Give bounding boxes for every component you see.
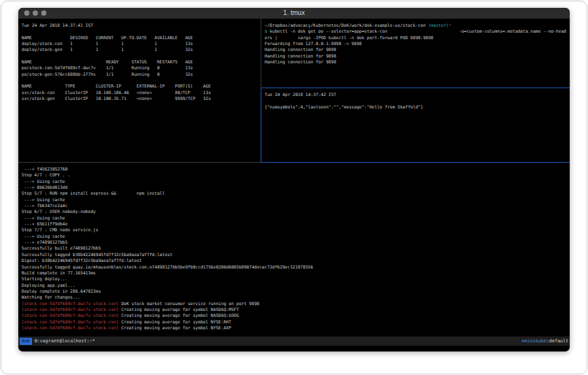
terminal-line: [stock-con-5d7df689cf-dwc7v stock-con] C… [22,313,570,319]
terminal-line: Tue 24 Apr 2018 14:37:41 IST [22,23,264,29]
pane-port-forward[interactable]: ~/Dropbox/advocacy/Kubernetes/DoK/work/d… [262,19,570,91]
terminal-line: ---> f45623052760 [22,167,570,172]
window-titlebar[interactable]: 1. tmux [18,8,570,19]
terminal-line: Successfully tagged b38b42246945fd7f32c5… [22,252,570,258]
terminal-line [22,29,264,35]
terminal-line [22,54,264,59]
terminal-line: Watching for changes... [22,295,570,301]
terminal-line: Step 7/7 : CMD node service.js [22,227,570,233]
terminal-line: Step 6/7 : USER nobody:nobody [22,209,570,215]
terminal-line: NAME READY STATUS RESTARTS AGE [22,59,264,65]
terminal-line: Handling connection for 9898 [265,47,570,53]
terminal-line: [stock-con-5d7df689cf-dwc7v stock-con] D… [22,301,570,307]
terminal-line: Forwarding from 127.0.0.1:9898 -> 9898 [265,41,570,47]
terminal-line: Step 4/7 : COPY . . [22,172,570,178]
terminal-line: ---> Using cache [22,234,570,240]
terminal-line: ---> Using cache [22,197,570,203]
terminal-line: {"numsymbols":4,"lastseen":"","message":… [265,105,570,110]
terminal-line: Handling connection for 9898 [265,59,570,65]
terminal-line: Tue 24 Apr 2018 14:37:42 IST [265,92,570,98]
status-kube-context: ⎈ minikube :default [521,336,568,346]
terminal-line: ers | xargs -IPOD kubectl -n dok port-fo… [265,35,570,41]
terminal-line: $ kubectl -n dok get po --selector=app=s… [265,29,570,35]
terminal-line: deploy/stock-gen 1 1 1 1 32s [22,47,264,53]
kube-namespace: :default [546,336,568,346]
terminal-line: Deploying app.yaml... [22,283,570,289]
terminal-line: Build complete in 77.165413ms [22,270,570,276]
terminal-line: ---> e74898127bb5 [22,240,570,246]
session-name-badge[interactable]: dok [20,338,32,345]
window-title: 1. tmux [18,9,570,16]
terminal-line: [stock-con-5d7df689cf-dwc7v stock-con] C… [22,307,570,313]
terminal-line: NAME TYPE CLUSTER-IP EXTERNAL-IP PORT(S)… [22,84,264,90]
pane-border-vertical-active [261,88,261,162]
terminal-line: svc/stock-con ClusterIP 10.109.186.46 <n… [22,90,264,96]
terminal-line: Handling connection for 9898 [265,54,570,59]
kube-context-name: minikube [525,336,547,346]
pane-kubectl-watch[interactable]: Tue 24 Apr 2018 14:37:41 IST NAME DESIRE… [18,19,264,165]
pane-border-vertical-top [261,19,261,88]
terminal-line: Successfully built e74898127bb5 [22,246,570,252]
status-left: dok 0:vagrant@localhost:~* [20,336,95,346]
pane-border-horizontal-active-top [261,88,570,88]
terminal-line: Digest: b38b42246945fd7f32c5ba9aea7af7fd… [22,258,570,264]
terminal-line: [stock-con-5d7df689cf-dwc7v stock-con] C… [22,325,570,331]
terminal-line: svc/stock-gen ClusterIP 10.100.35.71 <no… [22,96,264,102]
pane-border-horizontal-bottom-right [261,162,570,163]
terminal-line: ---> Using cache [22,179,570,185]
tmux-terminal: Tue 24 Apr 2018 14:37:41 IST NAME DESIRE… [18,19,570,351]
terminal-line: ---> Using cache [22,216,570,221]
terminal-line [265,98,570,104]
terminal-line: ---> 65611ff9db4e [22,221,570,227]
terminal-line: Step 5/7 : RUN npm install express && np… [22,191,570,197]
terminal-line: ---> 7b6347ce2a4c [22,203,570,209]
terminal-line: Starting deploy... [22,276,570,282]
pane-skaffold-log[interactable]: ---> f45623052760Step 4/7 : COPY . . ---… [18,163,570,340]
terminal-window: 1. tmux Tue 24 Apr 2018 14:37:41 IST NAM… [18,8,570,351]
terminal-line: po/stock-gen-576cc688bb-277hx 1/1 Runnin… [22,72,264,78]
terminal-line: ---> 0b636bd013dd [22,185,570,191]
terminal-line: po/stock-con-5d7df689cf-dwc7v 1/1 Runnin… [22,65,264,71]
terminal-line: NAME DESIRED CURRENT UP-TO-DATE AVAILABL… [22,35,264,41]
terminal-line [22,78,264,84]
terminal-line: [stock-con-5d7df689cf-dwc7v stock-con] C… [22,319,570,325]
tmux-status-bar: dok 0:vagrant@localhost:~* ⎈ minikube :d… [18,336,570,346]
terminal-line: deploy/stock-con 1 1 1 1 13s [22,41,264,47]
pane-border-horizontal-bottom-left [18,162,261,163]
terminal-line: Successfully tagged quay.io/mhausenblas/… [22,265,570,270]
pane-curl-watch[interactable]: Tue 24 Apr 2018 14:37:42 IST {"numsymbol… [262,89,570,165]
status-window-item[interactable]: 0:vagrant@localhost:~* [35,336,95,346]
terminal-line: Deploy complete in 286.647823ms [22,289,570,295]
terminal-line: ~/Dropbox/advocacy/Kubernetes/DoK/work/d… [265,23,570,29]
